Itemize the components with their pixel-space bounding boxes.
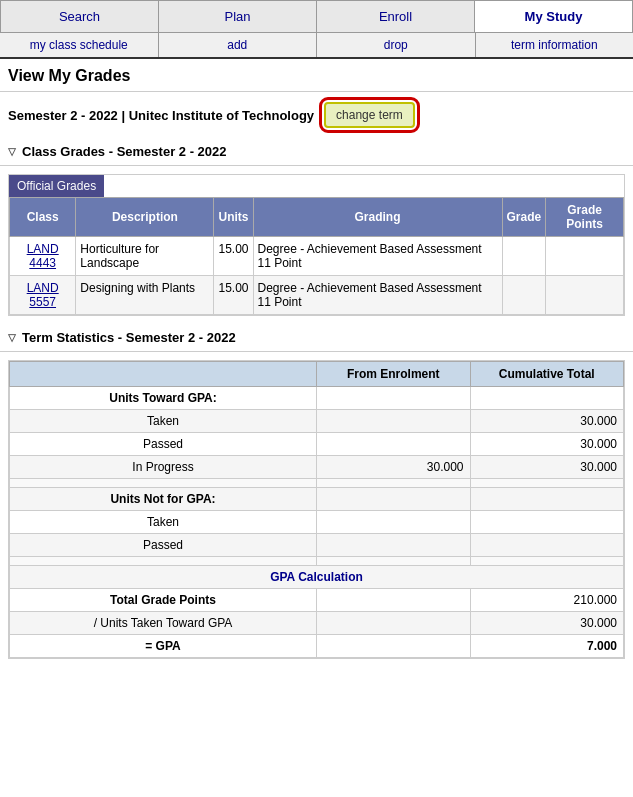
class-grade-points-1: [546, 237, 624, 276]
term-info-text: Semester 2 - 2022 | Unitec Institute of …: [8, 108, 314, 123]
top-navigation: Search Plan Enroll My Study: [0, 0, 633, 33]
col-units: Units: [214, 198, 253, 237]
table-row: / Units Taken Toward GPA 30.000: [10, 612, 624, 635]
passed-label: Passed: [10, 433, 317, 456]
units-gpa-header: Units Toward GPA:: [10, 387, 317, 410]
in-progress-from-enrol: 30.000: [317, 456, 471, 479]
tab-enroll[interactable]: Enroll: [317, 0, 475, 32]
table-row: Units Toward GPA:: [10, 387, 624, 410]
class-code-2[interactable]: LAND 5557: [10, 276, 76, 315]
table-row: Taken: [10, 511, 624, 534]
class-grades-table: Class Description Units Grading Grade Gr…: [9, 197, 624, 315]
term-stats-table: From Enrolment Cumulative Total Units To…: [9, 361, 624, 658]
units-gpa-cum-header: [470, 387, 624, 410]
gpa-label: = GPA: [10, 635, 317, 658]
stats-col-label: [10, 362, 317, 387]
class-units-1: 15.00: [214, 237, 253, 276]
collapse-triangle-stats-icon[interactable]: ▽: [8, 332, 16, 343]
units-not-gpa-header: Units Not for GPA:: [10, 488, 317, 511]
table-row: Total Grade Points 210.000: [10, 589, 624, 612]
term-info-row: Semester 2 - 2022 | Unitec Institute of …: [0, 92, 633, 138]
class-grades-container: Official Grades Class Description Units …: [8, 174, 625, 316]
term-stats-header: ▽ Term Statistics - Semester 2 - 2022: [0, 324, 633, 352]
table-row: In Progress 30.000 30.000: [10, 456, 624, 479]
taken-cum-total: 30.000: [470, 410, 624, 433]
change-term-button[interactable]: change term: [324, 102, 415, 128]
sub-tab-add[interactable]: add: [159, 33, 318, 57]
class-grades-title: Class Grades - Semester 2 - 2022: [22, 144, 227, 159]
stats-col-from-enrol: From Enrolment: [317, 362, 471, 387]
taken-from-enrol: [317, 410, 471, 433]
term-stats-title: Term Statistics - Semester 2 - 2022: [22, 330, 236, 345]
class-grade-1: [502, 237, 546, 276]
table-row: = GPA 7.000: [10, 635, 624, 658]
gpa-from-enrol: [317, 635, 471, 658]
not-gpa-passed-cum-total: [470, 534, 624, 557]
col-grade-points: Grade Points: [546, 198, 624, 237]
table-row: LAND 4443 Horticulture for Landscape 15.…: [10, 237, 624, 276]
units-not-gpa-cum-header: [470, 488, 624, 511]
sub-tab-drop[interactable]: drop: [317, 33, 476, 57]
class-grading-2: Degree - Achievement Based Assessment 11…: [253, 276, 502, 315]
not-gpa-passed-label: Passed: [10, 534, 317, 557]
not-gpa-taken-label: Taken: [10, 511, 317, 534]
stats-col-cum-total: Cumulative Total: [470, 362, 624, 387]
in-progress-cum-total: 30.000: [470, 456, 624, 479]
units-taken-gpa-cum-total: 30.000: [470, 612, 624, 635]
passed-from-enrol: [317, 433, 471, 456]
units-taken-gpa-label: / Units Taken Toward GPA: [10, 612, 317, 635]
class-grade-points-2: [546, 276, 624, 315]
table-row: Passed: [10, 534, 624, 557]
class-units-2: 15.00: [214, 276, 253, 315]
tab-search[interactable]: Search: [0, 0, 159, 32]
class-grade-2: [502, 276, 546, 315]
spacer-row: [10, 557, 624, 566]
table-row: Taken 30.000: [10, 410, 624, 433]
units-gpa-from-enrol-header: [317, 387, 471, 410]
class-desc-2: Designing with Plants: [76, 276, 214, 315]
sub-tab-term-information[interactable]: term information: [476, 33, 634, 57]
not-gpa-passed-from-enrol: [317, 534, 471, 557]
table-row: Units Not for GPA:: [10, 488, 624, 511]
table-row: GPA Calculation: [10, 566, 624, 589]
sub-tab-my-class-schedule[interactable]: my class schedule: [0, 33, 159, 57]
tab-plan[interactable]: Plan: [159, 0, 317, 32]
gpa-cum-total: 7.000: [470, 635, 624, 658]
sub-navigation: my class schedule add drop term informat…: [0, 33, 633, 59]
collapse-triangle-icon[interactable]: ▽: [8, 146, 16, 157]
passed-cum-total: 30.000: [470, 433, 624, 456]
gpa-calc-label: GPA Calculation: [10, 566, 624, 589]
not-gpa-taken-cum-total: [470, 511, 624, 534]
units-taken-gpa-from-enrol: [317, 612, 471, 635]
table-row: Passed 30.000: [10, 433, 624, 456]
spacer-row: [10, 479, 624, 488]
tab-my-study[interactable]: My Study: [475, 0, 633, 32]
col-description: Description: [76, 198, 214, 237]
units-not-gpa-from-enrol-header: [317, 488, 471, 511]
in-progress-label: In Progress: [10, 456, 317, 479]
not-gpa-taken-from-enrol: [317, 511, 471, 534]
term-stats-container: From Enrolment Cumulative Total Units To…: [8, 360, 625, 659]
class-grades-header: ▽ Class Grades - Semester 2 - 2022: [0, 138, 633, 166]
official-grades-label: Official Grades: [9, 175, 104, 197]
total-grade-points-from-enrol: [317, 589, 471, 612]
taken-label: Taken: [10, 410, 317, 433]
class-code-1[interactable]: LAND 4443: [10, 237, 76, 276]
col-class: Class: [10, 198, 76, 237]
total-grade-points-cum-total: 210.000: [470, 589, 624, 612]
class-desc-1: Horticulture for Landscape: [76, 237, 214, 276]
page-title: View My Grades: [0, 59, 633, 92]
total-grade-points-label: Total Grade Points: [10, 589, 317, 612]
col-grade: Grade: [502, 198, 546, 237]
col-grading: Grading: [253, 198, 502, 237]
table-row: LAND 5557 Designing with Plants 15.00 De…: [10, 276, 624, 315]
class-grading-1: Degree - Achievement Based Assessment 11…: [253, 237, 502, 276]
